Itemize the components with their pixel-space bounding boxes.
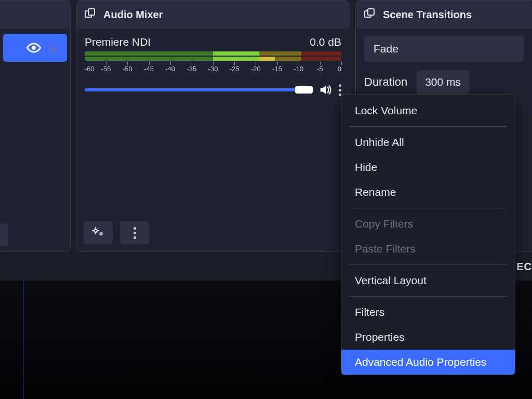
offscreen-button[interactable] <box>0 223 8 246</box>
context-menu-item-properties[interactable]: Properties <box>341 325 515 350</box>
volume-slider[interactable] <box>85 88 312 91</box>
popout-icon <box>84 7 96 22</box>
mixer-settings-button[interactable] <box>84 221 113 244</box>
scale-label: -45 <box>144 65 154 73</box>
source-row-selected[interactable] <box>3 34 67 62</box>
context-menu-item-advanced-audio-properties[interactable]: Advanced Audio Properties <box>341 350 515 375</box>
context-menu-item-vertical-layout[interactable]: Vertical Layout <box>341 268 515 293</box>
audio-mixer-title: Audio Mixer <box>103 9 163 21</box>
context-menu-item-filters[interactable]: Filters <box>341 300 515 325</box>
audio-mixer-context-menu: Lock VolumeUnhide AllHideRenameCopy Filt… <box>341 95 515 375</box>
mixer-more-button[interactable] <box>120 221 149 244</box>
context-menu-item-copy-filters: Copy Filters <box>341 211 515 236</box>
scene-transitions-title: Scene Transitions <box>383 9 472 21</box>
svg-rect-1 <box>49 47 57 53</box>
context-menu-item-hide[interactable]: Hide <box>341 155 515 180</box>
scale-label: -10 <box>294 65 303 73</box>
svg-rect-8 <box>92 230 94 231</box>
svg-point-0 <box>32 46 35 49</box>
context-menu-item-lock-volume[interactable]: Lock Volume <box>341 98 515 123</box>
level-meter <box>85 51 341 61</box>
duration-input[interactable]: 300 ms <box>417 70 469 94</box>
scale-label: -15 <box>272 65 282 73</box>
scale-label: -20 <box>251 65 261 73</box>
popout-icon <box>363 7 376 22</box>
channel-options-button[interactable] <box>339 84 341 96</box>
channel-name: Premiere NDI <box>85 36 151 48</box>
svg-rect-13 <box>368 9 374 15</box>
scale-label: -40 <box>165 65 175 73</box>
transition-select[interactable]: Fade <box>364 36 524 62</box>
scale-label: -30 <box>208 65 218 73</box>
audio-mixer-header[interactable]: Audio Mixer <box>76 1 350 29</box>
scale-tick <box>341 62 342 65</box>
transition-selected-value: Fade <box>374 43 398 55</box>
volume-slider-thumb[interactable] <box>295 86 313 94</box>
scale-label: -50 <box>123 65 132 73</box>
context-menu-item-unhide-all[interactable]: Unhide All <box>341 130 515 155</box>
playhead[interactable] <box>23 281 23 399</box>
svg-rect-7 <box>95 233 96 234</box>
lock-toggle-icon[interactable] <box>46 41 60 55</box>
kebab-icon <box>134 227 136 239</box>
visibility-toggle-icon[interactable] <box>26 41 41 55</box>
scale-label: -35 <box>187 65 196 73</box>
scale-label: -25 <box>230 65 240 73</box>
mute-button-icon[interactable] <box>318 83 332 97</box>
audio-mixer-panel: Audio Mixer Premiere NDI 0.0 dB <box>76 0 350 252</box>
duration-value: 300 ms <box>425 76 461 88</box>
scale-label: -60 <box>85 65 95 73</box>
context-menu-separator <box>350 208 507 208</box>
svg-rect-6 <box>95 227 96 229</box>
sources-panel-header <box>0 1 70 29</box>
svg-rect-9 <box>98 230 99 231</box>
kebab-icon <box>339 84 341 96</box>
context-menu-separator <box>350 264 507 265</box>
context-menu-item-paste-filters: Paste Filters <box>341 236 515 261</box>
scale-label: -5 <box>317 65 323 73</box>
scene-transitions-header[interactable]: Scene Transitions <box>356 1 532 29</box>
svg-point-5 <box>95 230 96 231</box>
scale-label: 0 <box>338 65 341 73</box>
channel-db-readout: 0.0 dB <box>310 36 341 48</box>
svg-rect-3 <box>88 9 95 15</box>
context-menu-item-rename[interactable]: Rename <box>341 180 515 205</box>
context-menu-separator <box>350 126 507 127</box>
db-scale: -60-55-50-45-40-35-30-25-20-15-10-50 <box>85 62 341 73</box>
sources-panel <box>0 0 71 252</box>
duration-label: Duration <box>364 75 407 89</box>
svg-point-11 <box>100 233 101 234</box>
scale-label: -55 <box>101 65 111 73</box>
context-menu-separator <box>350 296 507 297</box>
gears-icon <box>91 226 105 240</box>
